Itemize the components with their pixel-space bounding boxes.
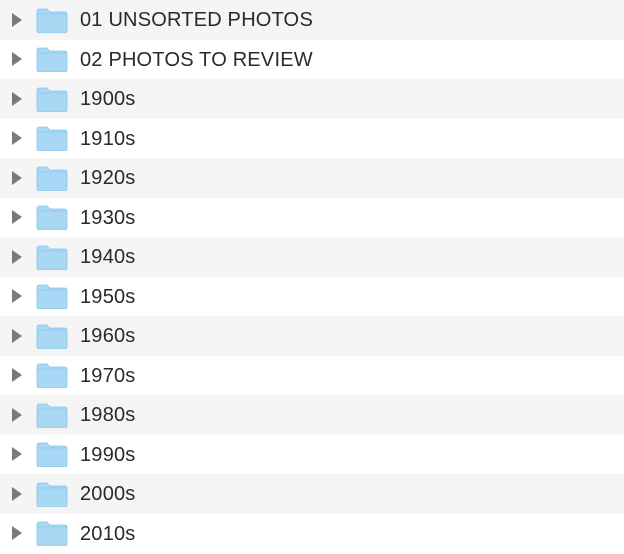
disclosure-triangle-icon[interactable] — [12, 131, 22, 145]
folder-row[interactable]: 1910s — [0, 119, 624, 159]
folder-label: 1960s — [80, 324, 136, 347]
folder-icon — [36, 362, 68, 388]
folder-row[interactable]: 1950s — [0, 277, 624, 317]
disclosure-triangle-icon[interactable] — [12, 526, 22, 540]
folder-label: 01 UNSORTED PHOTOS — [80, 8, 313, 31]
folder-icon — [36, 125, 68, 151]
folder-label: 1950s — [80, 285, 136, 308]
folder-row[interactable]: 01 UNSORTED PHOTOS — [0, 0, 624, 40]
folder-icon — [36, 46, 68, 72]
disclosure-triangle-icon[interactable] — [12, 408, 22, 422]
disclosure-triangle-icon[interactable] — [12, 329, 22, 343]
folder-icon — [36, 204, 68, 230]
folder-label: 1980s — [80, 403, 136, 426]
folder-row[interactable]: 1900s — [0, 79, 624, 119]
folder-row[interactable]: 1960s — [0, 316, 624, 356]
folder-label: 1910s — [80, 127, 136, 150]
folder-row[interactable]: 1940s — [0, 237, 624, 277]
folder-icon — [36, 323, 68, 349]
folder-row[interactable]: 2000s — [0, 474, 624, 514]
folder-label: 1930s — [80, 206, 136, 229]
folder-label: 1970s — [80, 364, 136, 387]
folder-icon — [36, 402, 68, 428]
folder-icon — [36, 7, 68, 33]
folder-row[interactable]: 1980s — [0, 395, 624, 435]
folder-row[interactable]: 1970s — [0, 356, 624, 396]
disclosure-triangle-icon[interactable] — [12, 13, 22, 27]
folder-label: 1920s — [80, 166, 136, 189]
disclosure-triangle-icon[interactable] — [12, 487, 22, 501]
folder-icon — [36, 520, 68, 546]
folder-label: 02 PHOTOS TO REVIEW — [80, 48, 313, 71]
folder-label: 2010s — [80, 522, 136, 545]
folder-icon — [36, 283, 68, 309]
folder-label: 1900s — [80, 87, 136, 110]
folder-row[interactable]: 2010s — [0, 514, 624, 554]
folder-label: 1990s — [80, 443, 136, 466]
folder-list: 01 UNSORTED PHOTOS 02 PHOTOS TO REVIEW 1… — [0, 0, 624, 553]
folder-row[interactable]: 02 PHOTOS TO REVIEW — [0, 40, 624, 80]
folder-icon — [36, 86, 68, 112]
folder-row[interactable]: 1930s — [0, 198, 624, 238]
folder-row[interactable]: 1990s — [0, 435, 624, 475]
disclosure-triangle-icon[interactable] — [12, 447, 22, 461]
folder-row[interactable]: 1920s — [0, 158, 624, 198]
folder-label: 1940s — [80, 245, 136, 268]
folder-icon — [36, 481, 68, 507]
disclosure-triangle-icon[interactable] — [12, 171, 22, 185]
folder-label: 2000s — [80, 482, 136, 505]
disclosure-triangle-icon[interactable] — [12, 250, 22, 264]
folder-icon — [36, 441, 68, 467]
folder-icon — [36, 244, 68, 270]
disclosure-triangle-icon[interactable] — [12, 289, 22, 303]
disclosure-triangle-icon[interactable] — [12, 210, 22, 224]
disclosure-triangle-icon[interactable] — [12, 92, 22, 106]
disclosure-triangle-icon[interactable] — [12, 52, 22, 66]
folder-icon — [36, 165, 68, 191]
disclosure-triangle-icon[interactable] — [12, 368, 22, 382]
